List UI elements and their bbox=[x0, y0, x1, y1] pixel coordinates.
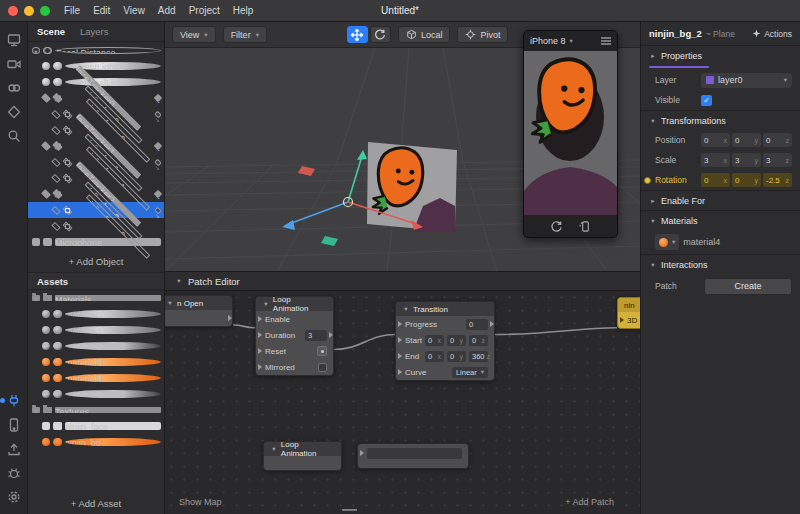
rotation-x-field[interactable]: 0x bbox=[701, 173, 730, 187]
start-z-field[interactable]: 0z bbox=[469, 335, 488, 346]
patch-editor-header[interactable]: Patch Editor bbox=[165, 271, 640, 291]
section-interactions[interactable]: Interactions bbox=[641, 254, 800, 274]
gear-icon[interactable] bbox=[3, 486, 25, 508]
mesh-icon[interactable] bbox=[3, 101, 25, 123]
disclosure-icon[interactable]: ▾ bbox=[41, 93, 51, 103]
view-dropdown[interactable]: View bbox=[172, 26, 216, 43]
menu-edit[interactable]: Edit bbox=[93, 5, 110, 16]
simulator-menu-icon[interactable] bbox=[601, 37, 611, 45]
port-in-icon[interactable] bbox=[398, 353, 402, 359]
tree-item-material5[interactable]: material5 bbox=[28, 386, 164, 402]
patch-node-loop-animation[interactable]: Loop Animation Enable Duration 3 Reset bbox=[255, 296, 334, 376]
patch-node-clipped[interactable] bbox=[357, 443, 469, 469]
disclosure-icon[interactable]: ▾ bbox=[41, 189, 51, 199]
tab-layers[interactable]: Layers bbox=[80, 26, 109, 37]
menu-add[interactable]: Add bbox=[158, 5, 176, 16]
simulator-device-selector[interactable]: iPhone 8 bbox=[530, 36, 566, 46]
end-y-field[interactable]: 0y bbox=[447, 351, 466, 362]
port-in-icon[interactable] bbox=[398, 337, 402, 343]
disclosure-icon[interactable]: ▾ bbox=[32, 47, 40, 54]
duration-field[interactable]: 3 bbox=[305, 330, 327, 341]
port-out-icon[interactable] bbox=[228, 315, 232, 321]
patch-node-transition[interactable]: Transition Progress 0 Start 0x 0y 0z bbox=[395, 301, 495, 381]
rotate-device-icon[interactable] bbox=[579, 219, 592, 233]
section-transformations[interactable]: Transformations bbox=[641, 110, 800, 130]
patch-node-mouth-open[interactable]: n Open bbox=[165, 295, 233, 327]
mirrored-checkbox[interactable] bbox=[318, 363, 327, 372]
port-in-icon[interactable] bbox=[398, 369, 402, 375]
add-patch-button[interactable]: + Add Patch bbox=[565, 497, 614, 507]
port-in-icon[interactable] bbox=[620, 317, 624, 323]
tree-item-ninjin_bg[interactable]: ninjin_bg bbox=[28, 434, 164, 450]
tab-scene[interactable]: Scene bbox=[37, 26, 65, 37]
tree-item-ninjin_face[interactable]: ninjin_face bbox=[28, 418, 164, 434]
bug-icon[interactable] bbox=[3, 462, 25, 484]
port-out-icon[interactable] bbox=[329, 332, 333, 338]
gizmo-plane-handle-green[interactable] bbox=[321, 236, 338, 246]
close-window-icon[interactable] bbox=[8, 6, 18, 16]
gizmo-axis-y[interactable] bbox=[348, 156, 362, 202]
pulse-button[interactable] bbox=[317, 346, 327, 356]
position-z-field[interactable]: 0z bbox=[763, 133, 792, 147]
zoom-window-icon[interactable] bbox=[40, 6, 50, 16]
section-enable-for[interactable]: Enable For bbox=[641, 190, 800, 210]
rotate-tool-button[interactable] bbox=[370, 26, 391, 43]
display-icon[interactable] bbox=[3, 29, 25, 51]
tree-item-ambientLight0[interactable]: ambientLight0 bbox=[28, 58, 164, 74]
simulator-camera-view[interactable] bbox=[524, 51, 617, 215]
create-patch-button[interactable]: Create bbox=[704, 278, 792, 295]
scale-y-field[interactable]: 3y bbox=[732, 153, 761, 167]
device-icon[interactable] bbox=[3, 414, 25, 436]
visible-checkbox[interactable] bbox=[701, 95, 712, 106]
disclosure-icon[interactable]: ▾ bbox=[32, 407, 40, 413]
port-in-icon[interactable] bbox=[258, 332, 262, 338]
curve-dropdown[interactable]: Linear bbox=[452, 367, 488, 378]
menu-project[interactable]: Project bbox=[189, 5, 220, 16]
gizmo-axis-z[interactable] bbox=[289, 202, 348, 224]
port-in-icon[interactable] bbox=[258, 364, 262, 370]
gizmo-plane-handle-red[interactable] bbox=[298, 166, 315, 176]
camera-icon[interactable] bbox=[3, 53, 25, 75]
start-y-field[interactable]: 0y bbox=[447, 335, 466, 346]
move-tool-button[interactable] bbox=[347, 26, 368, 43]
port-out-icon[interactable] bbox=[490, 321, 494, 327]
position-y-field[interactable]: 0y bbox=[732, 133, 761, 147]
tree-item-Materials[interactable]: ▾Materials bbox=[28, 290, 164, 306]
patch-node-ninjin-target[interactable]: nin 3D bbox=[617, 297, 640, 329]
disclosure-icon[interactable]: ▾ bbox=[32, 295, 40, 301]
menu-view[interactable]: View bbox=[123, 5, 145, 16]
material-thumbnail-dropdown[interactable] bbox=[655, 234, 679, 250]
layer-dropdown[interactable]: layer0 bbox=[701, 73, 792, 88]
rotation-z-field[interactable]: -2.5z bbox=[763, 173, 792, 187]
section-properties[interactable]: Properties bbox=[641, 46, 800, 66]
upload-icon[interactable] bbox=[3, 438, 25, 460]
tree-item-material2[interactable]: material2 bbox=[28, 338, 164, 354]
show-map-button[interactable]: Show Map bbox=[179, 497, 222, 507]
tree-item-material0[interactable]: material0 bbox=[28, 306, 164, 322]
scale-z-field[interactable]: 3z bbox=[763, 153, 792, 167]
filter-dropdown[interactable]: Filter bbox=[223, 26, 267, 43]
scale-x-field[interactable]: 3x bbox=[701, 153, 730, 167]
disclosure-icon[interactable]: ▾ bbox=[41, 141, 51, 151]
tree-item-material3[interactable]: material3 bbox=[28, 354, 164, 370]
position-x-field[interactable]: 0x bbox=[701, 133, 730, 147]
value-field[interactable] bbox=[367, 448, 462, 459]
section-materials[interactable]: Materials bbox=[641, 210, 800, 230]
port-in-icon[interactable] bbox=[360, 450, 364, 456]
tree-item-Textures[interactable]: ▾Textures bbox=[28, 402, 164, 418]
menu-help[interactable]: Help bbox=[233, 5, 254, 16]
menu-file[interactable]: File bbox=[64, 5, 80, 16]
progress-field[interactable]: 0 bbox=[466, 319, 488, 330]
tree-item-material1[interactable]: material1 bbox=[28, 322, 164, 338]
add-asset-button[interactable]: + Add Asset bbox=[28, 492, 164, 514]
port-in-icon[interactable] bbox=[258, 316, 262, 322]
tree-item-ninjin_face_2[interactable]: ninjin_face_2 bbox=[28, 218, 164, 234]
plug-icon[interactable] bbox=[3, 390, 25, 412]
port-in-icon[interactable] bbox=[398, 321, 402, 327]
end-z-field[interactable]: 360z bbox=[469, 351, 488, 362]
orbit-icon[interactable] bbox=[3, 77, 25, 99]
end-x-field[interactable]: 0x bbox=[425, 351, 444, 362]
tree-item-Focal Distance[interactable]: ▾Focal Distance bbox=[28, 42, 164, 58]
local-toggle-button[interactable]: Local bbox=[398, 26, 451, 43]
minimize-window-icon[interactable] bbox=[24, 6, 34, 16]
